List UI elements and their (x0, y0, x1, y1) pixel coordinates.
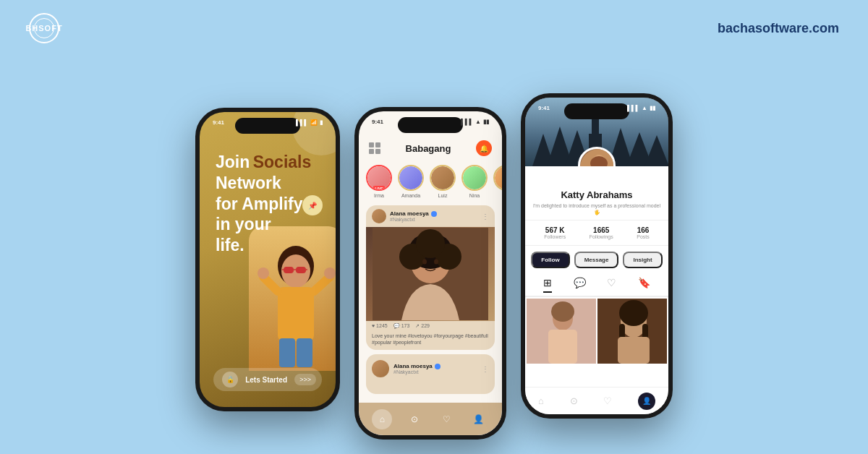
phone-3-status: 9:41 ▌▌▌ ▲ ▮▮ (525, 105, 668, 111)
story-amanda[interactable]: Amanda (398, 165, 424, 198)
story-name-luiz: Luiz (438, 193, 448, 198)
battery-icon-2: ▮▮ (483, 119, 489, 125)
phone-1-time: 9:41 (213, 119, 224, 126)
profile-nav-icon[interactable]: 👤 (469, 409, 489, 429)
feed-title: Babagang (406, 143, 451, 154)
wifi-icon: 📶 (310, 119, 318, 126)
grid-photo-1 (527, 299, 596, 364)
post-user-row: Alana moesya #Nakyactxt ⋮ (366, 205, 495, 227)
join-text: Join (216, 153, 250, 171)
post-card-2: Alana moesya #Nakyactxt ⋮ (366, 354, 495, 394)
signal-icon-3: ▌▌▌ (627, 105, 639, 111)
post2-menu-icon[interactable]: ⋮ (482, 365, 489, 373)
following-label: Followings (590, 234, 613, 239)
svg-line-8 (263, 277, 278, 291)
followers-count: 567 K (544, 226, 566, 234)
home-nav-icon[interactable]: ⌂ (372, 409, 392, 429)
svg-point-11 (324, 267, 336, 279)
svg-rect-12 (279, 338, 295, 367)
second-post-inner: Alana moesya #Nakyactxt ⋮ (366, 354, 495, 383)
svg-rect-25 (589, 134, 602, 148)
avatar-fill (495, 166, 502, 189)
story-name-nina: Nina (469, 193, 480, 198)
post-image (366, 227, 495, 321)
wifi-icon-3: ▲ (642, 105, 647, 111)
phone-2-status-icons: ▌▌▌ ▲ ▮▮ (461, 119, 489, 125)
profile-bio: I'm delighted to introduce myself as a p… (532, 202, 661, 215)
avatar-fill (431, 166, 454, 189)
svg-point-19 (416, 229, 445, 258)
heart-nav-icon[interactable]: ♡ (436, 409, 456, 429)
photo-svg-2 (597, 299, 667, 364)
search-nav-p3[interactable]: ⊙ (570, 395, 578, 406)
phone-1-status-icons: ▌▌▌ 📶 ▮ (296, 119, 323, 126)
message-button[interactable]: Message (574, 252, 619, 268)
heart-nav-p3[interactable]: ♡ (603, 395, 612, 406)
post-menu-icon[interactable]: ⋮ (482, 213, 489, 220)
post-stats: ♥ 1245 💬 173 ↗ 229 (366, 321, 495, 331)
post2-avatar (372, 360, 389, 377)
notification-bell[interactable]: 🔔 (476, 140, 492, 156)
post2-tag: #Nakyactxt (393, 369, 441, 374)
followers-label: Followers (544, 234, 566, 239)
tab-liked[interactable]: ♡ (607, 277, 616, 293)
stat-following: 1665 Followings (590, 226, 613, 239)
post-photo-svg (373, 228, 488, 320)
phone-3-status-icons: ▌▌▌ ▲ ▮▮ (627, 105, 655, 111)
story-izza[interactable]: Izza (493, 165, 502, 198)
story-irma[interactable]: LIVE Irma (366, 165, 392, 198)
svg-point-21 (434, 260, 438, 265)
svg-point-10 (258, 267, 269, 279)
svg-line-9 (314, 277, 330, 291)
story-nina[interactable]: Nina (461, 165, 488, 198)
grid-photo-2 (597, 299, 667, 364)
tab-tagged[interactable]: 💬 (574, 277, 586, 293)
profile-info: Katty Abrahams I'm delighted to introduc… (525, 166, 668, 220)
battery-icon-3: ▮▮ (650, 105, 655, 111)
phone-3-time: 9:41 (538, 105, 550, 111)
story-avatar-live: LIVE (366, 165, 392, 191)
profile-nav-p3[interactable]: 👤 (638, 393, 655, 410)
logo-area: BHSOFT (29, 13, 59, 43)
battery-icon: ▮ (320, 119, 323, 126)
post-user-details: Alana moesya #Nakyactxt (390, 210, 437, 222)
live-badge: LIVE (373, 186, 385, 191)
stories-row: LIVE Irma Amanda Luiz (359, 162, 502, 201)
arrows-icon: >>> (294, 374, 316, 385)
home-nav-p3[interactable]: ⌂ (538, 395, 544, 406)
posts-count: 166 (637, 226, 650, 234)
comments-count: 💬 173 (393, 323, 410, 329)
story-avatar-luiz (430, 165, 456, 191)
lock-icon: 🔒 (222, 372, 238, 387)
lets-started-button[interactable]: 🔒 Lets Started >>> (213, 368, 322, 391)
profile-buttons: Follow Message Insight (525, 246, 668, 274)
profile-tabs: ⊞ 💬 ♡ 🔖 (525, 274, 668, 297)
post-tag: #Nakyactxt (390, 217, 437, 222)
phone-1-text: Join Socials Network for Amplify in your… (216, 152, 311, 256)
logo-inner: BHSOFT (34, 18, 54, 38)
story-luiz[interactable]: Luiz (430, 165, 456, 198)
svg-point-38 (551, 301, 574, 322)
grid-icon[interactable] (369, 142, 380, 154)
photo-svg-1 (527, 299, 596, 364)
tab-grid[interactable]: ⊞ (543, 277, 552, 293)
profile-stats: 567 K Followers 1665 Followings 166 Post… (525, 220, 668, 246)
phone-2-status: 9:41 ▌▌▌ ▲ ▮▮ (359, 119, 502, 125)
search-nav-icon[interactable]: ⊙ (404, 409, 425, 429)
story-avatar-izza (493, 165, 502, 191)
logo-text: BHSOFT (25, 24, 62, 33)
phone-3-content: 9:41 ▌▌▌ ▲ ▮▮ (525, 98, 668, 414)
posts-label: Posts (637, 234, 650, 239)
stat-posts: 166 Posts (637, 226, 650, 239)
svg-point-20 (422, 260, 427, 265)
svg-rect-2 (284, 267, 294, 273)
life-text: life. (216, 235, 311, 256)
post-card-1: Alana moesya #Nakyactxt ⋮ (366, 205, 495, 350)
story-avatar-nina (461, 165, 488, 191)
follow-button[interactable]: Follow (531, 252, 569, 268)
svg-point-42 (619, 300, 648, 326)
tab-saved[interactable]: 🔖 (638, 277, 650, 293)
insight-button[interactable]: Insight (623, 252, 662, 268)
signal-icon: ▌▌▌ (296, 119, 308, 126)
phones-container: 9:41 ▌▌▌ 📶 ▮ Join Socials Network for Am… (0, 51, 868, 454)
